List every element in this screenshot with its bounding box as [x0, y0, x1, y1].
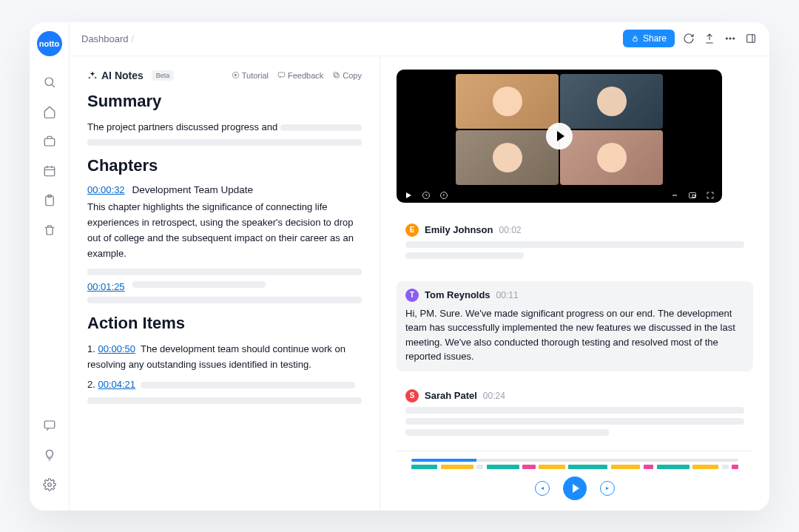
transcript-entry[interactable]: S Sarah Patel 00:24	[397, 382, 753, 448]
speaker-time: 00:11	[496, 290, 519, 300]
summary-text: The project partners discussed progress …	[87, 120, 362, 135]
sidebar-bottom	[37, 413, 62, 502]
topbar-actions: Share	[623, 30, 758, 47]
svg-rect-19	[335, 74, 340, 78]
chapters-heading: Chapters	[87, 156, 362, 175]
skeleton-placeholder	[132, 281, 266, 288]
progress-track[interactable]	[411, 459, 738, 462]
svg-point-10	[47, 482, 51, 486]
chapter-body: This chapter highlights the significance…	[87, 200, 362, 261]
avatar: E	[405, 223, 419, 237]
svg-rect-25	[692, 195, 695, 197]
play-small-icon[interactable]	[404, 189, 413, 198]
lightbulb-icon[interactable]	[37, 442, 62, 468]
share-label: Share	[643, 33, 667, 44]
video-player[interactable]	[397, 70, 722, 203]
chapter-item: 00:01:25	[87, 281, 362, 292]
video-controls	[397, 185, 722, 203]
action-items-heading: Action Items	[87, 314, 362, 333]
svg-rect-15	[747, 35, 755, 43]
panel-icon[interactable]	[744, 32, 758, 45]
speaker-time: 00:02	[499, 225, 521, 235]
skeleton-placeholder	[405, 407, 744, 414]
transcript-entry[interactable]: T Tom Reynolds 00:11 Hi, PM. Sure. We've…	[397, 281, 753, 371]
speaker-time: 00:24	[483, 391, 505, 401]
notes-actions: Tutorial Feedback Copy	[232, 71, 362, 80]
breadcrumb[interactable]: Dashboard	[81, 33, 134, 44]
rewind-icon[interactable]	[422, 189, 431, 198]
pip-icon[interactable]	[688, 189, 697, 198]
timestamp-link[interactable]: 00:01:25	[87, 281, 125, 292]
settings-icon[interactable]	[37, 472, 62, 497]
copy-button[interactable]: Copy	[332, 71, 362, 80]
notes-title: AI Notes Beta	[87, 70, 174, 81]
skeleton-placeholder	[87, 397, 362, 404]
calendar-icon[interactable]	[37, 158, 62, 183]
speaker-name: Tom Reynolds	[425, 289, 490, 300]
speaker-name: Sarah Patel	[425, 390, 477, 401]
skeleton-placeholder	[405, 241, 744, 248]
participant-tile	[456, 130, 559, 185]
svg-point-0	[45, 78, 53, 86]
beta-badge: Beta	[152, 70, 175, 81]
play-button[interactable]	[546, 123, 573, 149]
comment-icon[interactable]	[37, 413, 62, 438]
timestamp-link[interactable]: 00:04:21	[98, 379, 135, 390]
content-split: AI Notes Beta Tutorial Feedback Copy Sum…	[70, 56, 769, 511]
search-icon[interactable]	[37, 70, 62, 95]
skeleton-placeholder	[405, 252, 524, 259]
skeleton-placeholder	[141, 382, 355, 388]
svg-rect-23	[672, 195, 677, 195]
avatar: T	[405, 289, 419, 302]
trash-icon[interactable]	[37, 218, 62, 243]
participant-tile	[560, 130, 663, 185]
skeleton-placeholder	[87, 269, 362, 275]
refresh-icon[interactable]	[682, 32, 695, 45]
feedback-button[interactable]: Feedback	[277, 71, 323, 80]
play-button[interactable]	[563, 477, 587, 500]
notes-title-text: AI Notes	[101, 70, 144, 81]
action-index: 2.	[87, 379, 95, 390]
forward-icon[interactable]	[439, 189, 448, 198]
action-item: 1. 00:00:50 The development team should …	[87, 342, 362, 373]
skeleton-placeholder	[280, 124, 362, 131]
more-icon[interactable]	[724, 32, 737, 45]
skeleton-placeholder	[87, 297, 362, 303]
brand-logo[interactable]: notto	[37, 31, 62, 56]
chapter-item: 00:00:32 Development Team Update	[87, 184, 362, 195]
transcript: E Emily Johnson 00:02 T Tom Reynolds 00:…	[397, 216, 753, 451]
summary-heading: Summary	[87, 92, 362, 111]
skip-back-button[interactable]: ◂	[535, 481, 550, 496]
app-window: notto Dashboard Share	[30, 22, 769, 511]
svg-line-1	[52, 84, 54, 87]
briefcase-icon[interactable]	[37, 129, 62, 154]
action-index: 1.	[87, 343, 95, 354]
skeleton-placeholder	[405, 429, 609, 436]
fullscreen-icon[interactable]	[706, 189, 715, 198]
player-controls: ◂ ▸	[411, 477, 738, 500]
sidebar: notto	[30, 22, 70, 511]
skeleton-placeholder	[405, 418, 744, 425]
timestamp-link[interactable]: 00:00:32	[87, 184, 125, 195]
share-button[interactable]: Share	[623, 30, 675, 47]
participant-tile	[560, 74, 663, 129]
minimize-icon[interactable]	[670, 189, 679, 198]
svg-rect-3	[44, 166, 55, 175]
svg-rect-2	[44, 138, 55, 146]
skip-forward-button[interactable]: ▸	[600, 481, 615, 496]
upload-icon[interactable]	[703, 32, 716, 45]
notes-header: AI Notes Beta Tutorial Feedback Copy	[87, 70, 362, 81]
transcript-entry[interactable]: E Emily Johnson 00:02	[397, 216, 753, 271]
speaker-name: Emily Johnson	[425, 224, 493, 235]
svg-rect-11	[633, 38, 638, 41]
home-icon[interactable]	[37, 99, 62, 124]
timestamp-link[interactable]: 00:00:50	[98, 343, 135, 354]
svg-rect-18	[278, 73, 284, 77]
clipboard-icon[interactable]	[37, 188, 62, 213]
tutorial-button[interactable]: Tutorial	[232, 71, 269, 80]
action-item: 2. 00:04:21	[87, 377, 362, 393]
svg-rect-9	[44, 421, 55, 428]
avatar: S	[405, 389, 419, 403]
notes-pane: AI Notes Beta Tutorial Feedback Copy Sum…	[70, 56, 380, 511]
speaker-segments[interactable]	[411, 465, 738, 469]
